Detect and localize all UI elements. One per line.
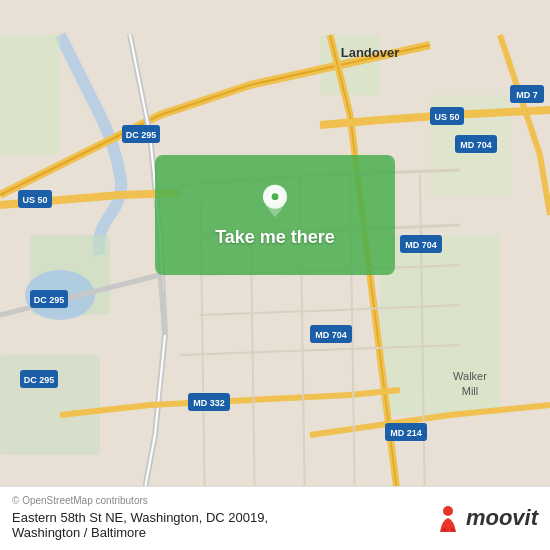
svg-text:Walker: Walker (453, 370, 487, 382)
svg-text:Mill: Mill (462, 385, 479, 397)
bottom-bar: © OpenStreetMap contributors Eastern 58t… (0, 486, 550, 550)
svg-point-35 (443, 506, 453, 516)
moovit-logo: moovit (434, 504, 538, 532)
svg-text:MD 332: MD 332 (193, 398, 225, 408)
svg-rect-1 (0, 35, 60, 155)
address-line: Eastern 58th St NE, Washington, DC 20019… (12, 510, 268, 525)
map-container: US 50 US 50 DC 295 DC 295 DC 295 MD 704 … (0, 0, 550, 550)
svg-text:MD 704: MD 704 (315, 330, 347, 340)
svg-text:US 50: US 50 (22, 195, 47, 205)
svg-text:DC 295: DC 295 (24, 375, 55, 385)
location-pin-icon (257, 183, 293, 219)
svg-point-34 (272, 193, 279, 200)
take-me-there-button[interactable]: Take me there (215, 227, 335, 248)
address-section: © OpenStreetMap contributors Eastern 58t… (12, 495, 268, 540)
highlight-box: Take me there (155, 155, 395, 275)
svg-text:DC 295: DC 295 (34, 295, 65, 305)
map-svg: US 50 US 50 DC 295 DC 295 DC 295 MD 704 … (0, 0, 550, 550)
svg-text:MD 704: MD 704 (460, 140, 492, 150)
moovit-text: moovit (466, 505, 538, 531)
svg-text:MD 704: MD 704 (405, 240, 437, 250)
svg-text:DC 295: DC 295 (126, 130, 157, 140)
svg-text:Landover: Landover (341, 45, 400, 60)
moovit-icon (434, 504, 462, 532)
svg-text:MD 7: MD 7 (516, 90, 538, 100)
svg-text:US 50: US 50 (434, 112, 459, 122)
osm-credit: © OpenStreetMap contributors (12, 495, 268, 506)
svg-text:MD 214: MD 214 (390, 428, 422, 438)
city-line: Washington / Baltimore (12, 525, 268, 540)
